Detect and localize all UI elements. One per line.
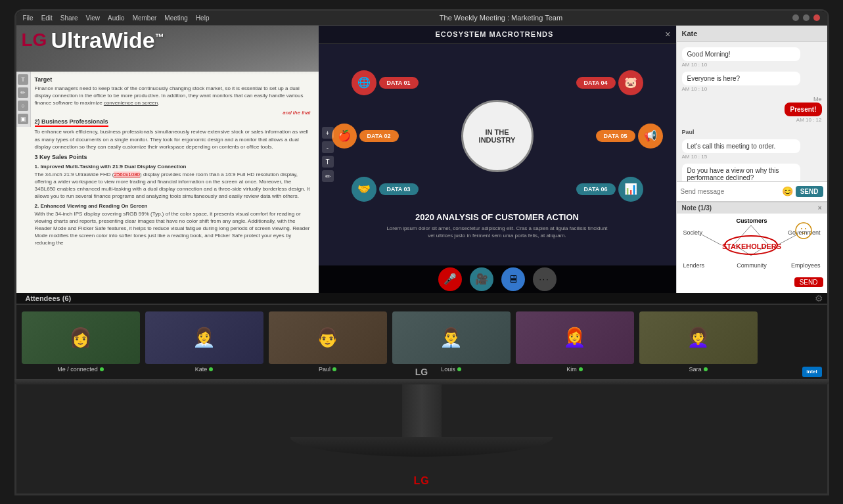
- eco-item-data01: 🌐 DATA 01: [352, 70, 419, 95]
- person-icon-kim: 👩‍🦰: [516, 311, 634, 364]
- participant-kate: 👩‍💼 Kate: [145, 311, 263, 373]
- doc-tool-2[interactable]: T: [18, 74, 28, 85]
- video-button[interactable]: 🎥: [470, 267, 493, 291]
- pres-tool-pen[interactable]: ✏: [322, 170, 334, 182]
- svg-line-1: [751, 225, 767, 244]
- chat-bubble-paul-2: Do you have a view on why this performan…: [682, 164, 800, 181]
- window-maximize[interactable]: [803, 14, 809, 21]
- doc-annotation1: and the that: [35, 109, 311, 116]
- menu-audio[interactable]: Audio: [108, 14, 125, 22]
- note-title: Note (1/3): [682, 204, 712, 212]
- pres-header: ECOSYSTEM MACROTRENDS ×: [319, 26, 676, 44]
- pres-tool-zoom-in[interactable]: +: [322, 127, 334, 139]
- person-icon-paul: 👨: [269, 311, 387, 364]
- document-content: Target Finance managers need to keep tra…: [16, 70, 319, 293]
- title-bar: File Edit Share View Audio Member Meetin…: [16, 11, 827, 26]
- monitor-neck: [402, 384, 442, 437]
- chat-time-2: AM 10 : 10: [682, 86, 822, 92]
- doc-heading3: 3 Key Sales Points: [35, 153, 311, 162]
- window-minimize[interactable]: [792, 14, 799, 21]
- note-header: Note (1/3) ×: [677, 202, 827, 214]
- monitor: File Edit Share View Audio Member Meetin…: [14, 9, 829, 495]
- eco-icon-03: 🤝: [352, 177, 376, 202]
- participant-name-kate: Kate: [195, 366, 214, 373]
- chat-input-field[interactable]: [681, 188, 779, 195]
- status-dot-me: [100, 367, 104, 371]
- menu-edit[interactable]: Edit: [41, 14, 53, 22]
- menu-view[interactable]: View: [86, 14, 101, 22]
- doc-point2-title: 2. Enhanced Viewing and Reading On Scree…: [35, 202, 311, 210]
- participant-name-sara: Sara: [689, 366, 707, 373]
- chat-msg-paul-2: Do you have a view on why this performan…: [682, 164, 822, 181]
- doc-point2-body: With the 34-inch IPS display covering sR…: [35, 210, 311, 247]
- monitor-screen: File Edit Share View Audio Member Meetin…: [16, 11, 827, 379]
- eco-label-03: DATA 03: [379, 183, 419, 195]
- doc-tool-3[interactable]: ✏: [18, 87, 28, 98]
- person-icon-sara: 👩‍🦱: [639, 311, 758, 364]
- participant-me: 👩 Me / connected: [22, 311, 140, 373]
- participant-video-me: 👩: [22, 311, 140, 364]
- participant-name-louis: Louis: [441, 366, 461, 373]
- more-options-button[interactable]: ···: [533, 267, 557, 291]
- intel-badge: intel: [802, 367, 822, 377]
- monitor-foot: [290, 437, 553, 457]
- participants-settings-icon[interactable]: ⚙: [815, 293, 823, 304]
- presentation-panel: ECOSYSTEM MACROTRENDS × + - T ✏: [319, 26, 676, 293]
- chat-send-button[interactable]: SEND: [796, 186, 823, 197]
- participant-louis: 👨‍💼 Louis: [392, 311, 511, 373]
- emoji-button[interactable]: 😊: [782, 186, 793, 196]
- note-employees: Employees: [791, 262, 821, 269]
- meeting-controls-bar: 🎤 🎥 🖥 ···: [319, 265, 676, 293]
- note-send-button[interactable]: SEND: [794, 277, 823, 287]
- participant-paul: 👨 Paul: [269, 311, 387, 373]
- chat-sender-paul: Paul: [682, 129, 822, 135]
- eco-icon-04: 🐷: [618, 70, 643, 95]
- note-government: Government: [788, 229, 821, 236]
- person-icon-kate: 👩‍💼: [145, 311, 263, 364]
- note-close-button[interactable]: ×: [818, 204, 822, 212]
- note-panel: Note (1/3) × Customers Society Governmen…: [677, 201, 827, 293]
- svg-line-0: [735, 225, 751, 244]
- lg-brand-logo: LG: [413, 475, 429, 487]
- screen-lg-label: LG: [415, 367, 428, 377]
- menu-member[interactable]: Member: [133, 14, 157, 22]
- chat-bubble-present: Present!: [785, 103, 821, 116]
- eco-label-04: DATA 04: [576, 77, 616, 89]
- doc-tool-4[interactable]: ○: [18, 101, 28, 111]
- status-dot-sara: [704, 367, 708, 371]
- eco-center-text: IN THEINDUSTRY: [461, 100, 534, 172]
- screen-share-button[interactable]: 🖥: [501, 267, 525, 291]
- note-content-area: Customers Society Government: [677, 214, 827, 290]
- eco-icon-01: 🌐: [352, 70, 376, 95]
- participant-video-louis: 👨‍💼: [392, 311, 511, 364]
- attendees-top-bar: Attendees (6) ⚙: [16, 293, 827, 304]
- mic-button[interactable]: 🎤: [438, 267, 462, 291]
- doc-tool-5[interactable]: ▣: [18, 114, 28, 124]
- note-lenders: Lenders: [683, 262, 705, 269]
- menu-share[interactable]: Share: [60, 14, 78, 22]
- chat-msg-kate-1: Good Morning! AM 10 : 10: [682, 47, 822, 68]
- menu-bar[interactable]: File Edit Share View Audio Member Meetin…: [23, 14, 210, 22]
- eco-item-data06: DATA 06 📊: [576, 177, 643, 202]
- participant-video-sara: 👩‍🦱: [639, 311, 758, 364]
- doc-heading-target: Target: [35, 76, 311, 84]
- status-dot-kim: [579, 367, 583, 371]
- menu-meeting[interactable]: Meeting: [164, 14, 188, 22]
- menu-file[interactable]: File: [23, 14, 34, 22]
- note-society: Society: [683, 229, 703, 236]
- window-close[interactable]: [813, 14, 820, 21]
- chat-header: Kate: [677, 26, 827, 42]
- chat-time-paul1: AM 10 : 15: [682, 154, 822, 160]
- pres-tool-t[interactable]: T: [322, 156, 334, 168]
- window-title: The Weekly Meeting : Marketing Team: [440, 14, 562, 22]
- note-stakeholders: STAKEHOLDERS: [722, 242, 781, 250]
- status-dot-louis: [457, 367, 461, 371]
- participant-video-paul: 👨: [269, 311, 387, 364]
- menu-help[interactable]: Help: [196, 14, 210, 22]
- pres-tool-zoom-out[interactable]: -: [322, 141, 334, 153]
- pres-title: ECOSYSTEM MACROTRENDS: [435, 30, 553, 38]
- participant-name-me: Me / connected: [57, 366, 104, 373]
- window-controls[interactable]: [792, 14, 820, 21]
- pres-close-button[interactable]: ×: [665, 29, 670, 39]
- status-dot-paul: [332, 367, 336, 371]
